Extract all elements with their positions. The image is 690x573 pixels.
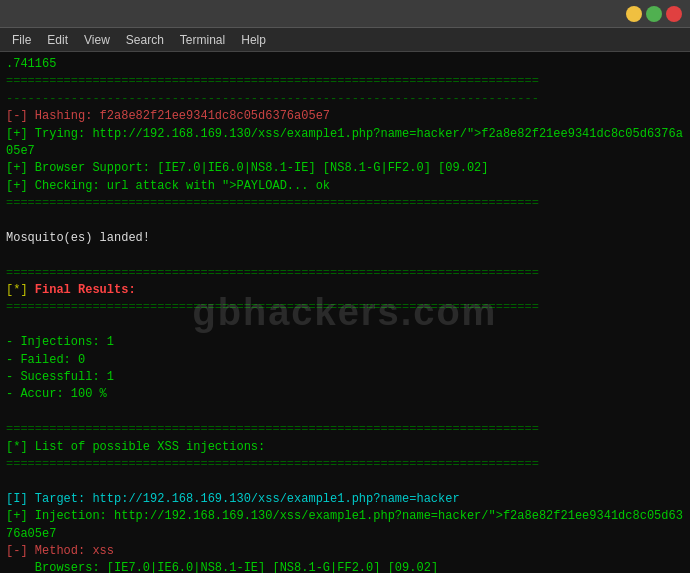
minimize-button[interactable] [626, 6, 642, 22]
menu-item-file[interactable]: File [4, 31, 39, 49]
terminal-text: .741165 ================================… [6, 56, 684, 573]
menu-bar: FileEditViewSearchTerminalHelp [0, 28, 690, 52]
window-controls[interactable] [626, 6, 682, 22]
close-button[interactable] [666, 6, 682, 22]
menu-item-view[interactable]: View [76, 31, 118, 49]
menu-item-search[interactable]: Search [118, 31, 172, 49]
menu-item-terminal[interactable]: Terminal [172, 31, 233, 49]
menu-item-help[interactable]: Help [233, 31, 274, 49]
maximize-button[interactable] [646, 6, 662, 22]
menu-item-edit[interactable]: Edit [39, 31, 76, 49]
terminal-output: gbhackers.com .741165 ==================… [0, 52, 690, 573]
title-bar [0, 0, 690, 28]
